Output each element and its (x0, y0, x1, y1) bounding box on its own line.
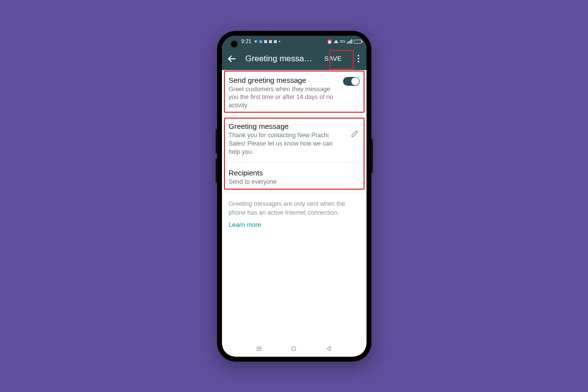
back-button[interactable] (227, 54, 237, 64)
screen: 9:21 ♥ ⏰ 5G Greeting messa… SAVE (222, 36, 367, 357)
alarm-icon: ⏰ (327, 39, 332, 44)
setting-subtitle: Greet customers when they message you th… (229, 85, 337, 110)
home-button[interactable] (290, 345, 297, 352)
battery-icon (354, 40, 362, 44)
setting-title: Send greeting message (229, 76, 360, 84)
phone-frame: 9:21 ♥ ⏰ 5G Greeting messa… SAVE (217, 31, 371, 362)
more-notifications-icon (279, 41, 280, 42)
footer-note: Greeting messages are only sent when the… (222, 193, 367, 219)
page-title: Greeting messa… (245, 54, 313, 64)
setting-send-greeting[interactable]: Send greeting message Greet customers wh… (222, 70, 367, 117)
send-greeting-toggle[interactable] (343, 77, 360, 86)
notification-icon (264, 40, 267, 43)
notification-icon (274, 40, 277, 43)
svg-rect-4 (292, 347, 296, 351)
recents-button[interactable] (255, 345, 263, 352)
camera-cutout (231, 41, 238, 48)
setting-title: Greeting message (229, 122, 360, 130)
status-left: 9:21 ♥ (242, 39, 281, 44)
overflow-menu-button[interactable] (354, 52, 364, 65)
android-nav-bar (222, 341, 367, 357)
wifi-icon (334, 40, 339, 43)
setting-title: Recipients (229, 169, 360, 177)
learn-more-link[interactable]: Learn more (222, 219, 367, 235)
toggle-knob (351, 77, 359, 85)
signal-icon (347, 39, 352, 44)
notification-icon (269, 40, 272, 43)
notification-icon (259, 40, 262, 43)
back-nav-button[interactable] (325, 345, 333, 352)
app-bar: Greeting messa… SAVE (222, 48, 367, 70)
content: Send greeting message Greet customers wh… (222, 70, 367, 341)
status-time: 9:21 (242, 39, 252, 44)
setting-greeting-message[interactable]: Greeting message Thank you for contactin… (222, 116, 367, 163)
setting-recipients[interactable]: Recipients Send to everyone (222, 163, 367, 193)
network-icon: 5G (340, 39, 345, 44)
setting-subtitle: Thank you for contacting New Prachi Sale… (229, 131, 337, 156)
edit-icon[interactable] (351, 130, 359, 138)
setting-subtitle: Send to everyone (229, 178, 337, 186)
power-button (371, 139, 373, 173)
status-right: ⏰ 5G (327, 39, 362, 44)
save-button[interactable]: SAVE (321, 52, 345, 65)
volume-up-button (216, 129, 217, 153)
svg-marker-5 (327, 346, 330, 351)
volume-down-button (216, 158, 217, 183)
notification-icon: ♥ (254, 39, 257, 44)
status-bar: 9:21 ♥ ⏰ 5G (222, 36, 367, 48)
